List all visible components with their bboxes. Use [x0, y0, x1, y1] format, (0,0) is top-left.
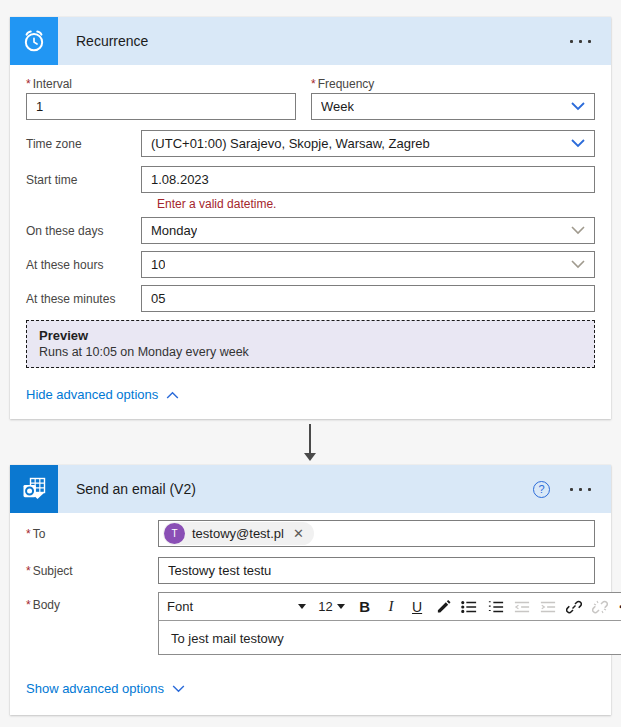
frequency-dropdown[interactable]: Week [311, 93, 595, 120]
minutes-label: At these minutes [26, 292, 141, 306]
required-asterisk: * [26, 77, 31, 91]
preview-title: Preview [39, 328, 582, 343]
required-asterisk: * [26, 598, 31, 612]
chevron-up-icon [166, 391, 179, 399]
interval-label: *Interval [26, 77, 296, 93]
outdent-button[interactable] [510, 595, 534, 619]
hours-value: 10 [151, 257, 165, 272]
days-dropdown[interactable]: Monday [141, 217, 595, 244]
hours-dropdown[interactable]: 10 [141, 251, 595, 278]
chevron-down-icon [298, 604, 306, 609]
outlook-icon [10, 465, 58, 513]
underline-button[interactable]: U [405, 595, 429, 619]
flow-connector-arrow [309, 424, 311, 454]
chevron-down-icon [571, 260, 585, 269]
send-email-menu-icon[interactable] [568, 484, 593, 495]
send-email-card: Send an email (V2) ? *To T testowy@test.… [10, 465, 611, 715]
required-asterisk: * [311, 77, 316, 91]
recipient-chip[interactable]: T testowy@test.pl ✕ [163, 522, 314, 545]
start-time-label: Start time [26, 173, 141, 187]
show-advanced-options-link[interactable]: Show advanced options [26, 681, 185, 696]
subject-label: *Subject [26, 564, 158, 578]
body-editor: Font 12 B I U [158, 592, 621, 655]
recurrence-card: Recurrence *Interval *Frequency Week T [10, 17, 611, 419]
required-asterisk: * [26, 564, 31, 578]
hide-advanced-options-link[interactable]: Hide advanced options [26, 387, 179, 402]
days-label: On these days [26, 224, 141, 238]
font-size-value: 12 [318, 599, 332, 614]
start-time-input[interactable] [141, 166, 595, 193]
minutes-input[interactable] [141, 285, 595, 312]
recurrence-clock-icon [10, 17, 58, 65]
timezone-label: Time zone [26, 137, 141, 151]
chevron-down-icon [337, 604, 345, 609]
interval-input[interactable] [26, 93, 296, 120]
timezone-value: (UTC+01:00) Sarajevo, Skopje, Warsaw, Za… [151, 136, 430, 151]
body-text[interactable]: To jest mail testowy [159, 621, 621, 656]
numbered-list-button[interactable] [484, 595, 508, 619]
recipient-avatar: T [164, 523, 185, 544]
chevron-down-icon [571, 226, 585, 235]
hours-label: At these hours [26, 258, 141, 272]
link-button[interactable] [562, 595, 586, 619]
timezone-dropdown[interactable]: (UTC+01:00) Sarajevo, Skopje, Warsaw, Za… [141, 130, 595, 157]
frequency-label: *Frequency [311, 77, 595, 93]
body-label: *Body [26, 598, 158, 612]
subject-input[interactable] [158, 557, 595, 584]
schedule-preview: Preview Runs at 10:05 on Monday every we… [26, 320, 595, 368]
days-value: Monday [151, 223, 197, 238]
recurrence-title: Recurrence [76, 33, 568, 49]
chevron-down-icon [571, 102, 585, 111]
bullet-list-button[interactable] [457, 595, 481, 619]
chevron-down-icon [172, 685, 185, 693]
recurrence-card-header[interactable]: Recurrence [10, 17, 611, 65]
to-label: *To [26, 527, 158, 541]
remove-recipient-icon[interactable]: ✕ [291, 526, 306, 541]
help-icon[interactable]: ? [533, 481, 550, 498]
font-family-dropdown[interactable]: Font [167, 599, 314, 614]
send-email-title: Send an email (V2) [76, 481, 533, 497]
send-email-card-header[interactable]: Send an email (V2) ? [10, 465, 611, 513]
preview-text: Runs at 10:05 on Monday every week [39, 345, 582, 359]
indent-button[interactable] [536, 595, 560, 619]
show-advanced-options-label: Show advanced options [26, 681, 164, 696]
rte-toolbar: Font 12 B I U [159, 593, 621, 621]
to-input[interactable]: T testowy@test.pl ✕ [158, 520, 595, 547]
unlink-button[interactable] [588, 595, 612, 619]
highlight-pen-button[interactable] [431, 595, 455, 619]
code-view-button[interactable]: </> [614, 595, 621, 619]
hide-advanced-options-label: Hide advanced options [26, 387, 158, 402]
required-asterisk: * [26, 527, 31, 541]
start-time-error: Enter a valid datetime. [157, 197, 595, 211]
chevron-down-icon [571, 139, 585, 148]
bold-button[interactable]: B [353, 595, 377, 619]
font-family-value: Font [167, 599, 193, 614]
frequency-value: Week [321, 99, 354, 114]
recipient-email: testowy@test.pl [192, 526, 284, 541]
italic-button[interactable]: I [379, 595, 403, 619]
font-size-dropdown[interactable]: 12 [318, 599, 344, 614]
recurrence-menu-icon[interactable] [568, 36, 593, 47]
